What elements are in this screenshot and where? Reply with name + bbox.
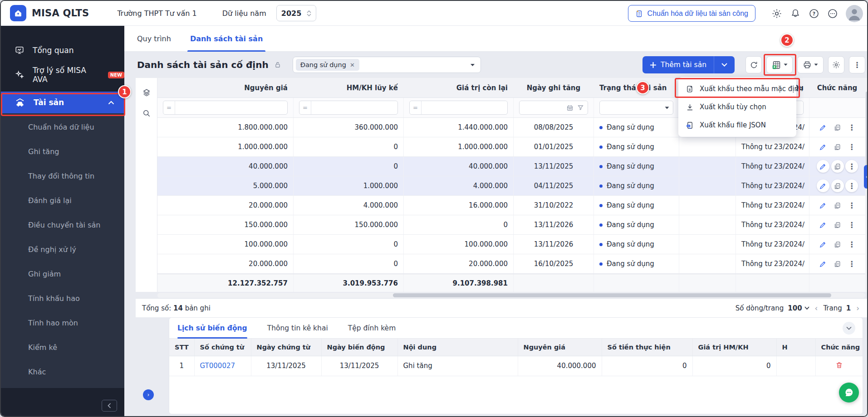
- sidebar-subitem-transfer-asset[interactable]: Điều chuyển tài sản: [1, 213, 124, 238]
- filter-nguyen-gia[interactable]: =: [163, 101, 288, 115]
- menu-item-export-default-template[interactable]: Xuất khẩu theo mẫu mặc định: [678, 80, 796, 98]
- col-so-tien-thuc-hien[interactable]: Số tiền thực hiện: [602, 339, 692, 356]
- col-header-gia-tri-con-lai[interactable]: Giá trị còn lại: [404, 78, 514, 97]
- col-so-chung-tu[interactable]: Số chứng từ: [194, 339, 251, 356]
- filter-hmkh[interactable]: =: [299, 101, 398, 115]
- sidebar-subitem-normalize-data[interactable]: Chuẩn hóa dữ liệu: [1, 115, 124, 140]
- vertical-scrollbar-thumb[interactable]: [866, 92, 868, 173]
- col-noi-dung[interactable]: Nội dung: [397, 339, 518, 356]
- panel-collapse-button[interactable]: [843, 322, 855, 335]
- sidebar-subitem-inventory[interactable]: Kiểm kê: [1, 335, 124, 360]
- col-gia-tri-hmkh[interactable]: Giá trị HM/KH: [692, 339, 776, 356]
- chat-support-button[interactable]: [839, 383, 859, 402]
- history-row[interactable]: 1 GT000027 13/11/2025 13/11/2025 Ghi tăn…: [169, 356, 863, 376]
- prev-page-button[interactable]: ‹: [814, 304, 819, 313]
- table-row[interactable]: 100.000.000 0 100.000.000 13/11/2026 Đan…: [157, 235, 865, 254]
- per-page-select[interactable]: 100: [788, 304, 809, 312]
- col-header-hmkh-luy-ke[interactable]: HM/KH lũy kế: [294, 78, 404, 97]
- sidebar-subitem-record-decrease[interactable]: Ghi giảm: [1, 262, 124, 286]
- copy-icon[interactable]: [831, 160, 844, 173]
- sidebar-subitem-change-info[interactable]: Thay đổi thông tin: [1, 164, 124, 189]
- row-more-icon[interactable]: ⋮: [845, 238, 858, 251]
- filter-ngay-ghi-tang[interactable]: [519, 101, 588, 115]
- row-more-icon[interactable]: ⋮: [845, 199, 858, 212]
- layers-icon[interactable]: [142, 88, 151, 97]
- side-panel-expand-tab[interactable]: ‹: [864, 165, 868, 189]
- voucher-link[interactable]: GT000027: [200, 362, 235, 370]
- lock-icon[interactable]: [274, 61, 282, 69]
- more-actions-button[interactable]: ⋮: [849, 56, 865, 73]
- table-row[interactable]: 20.000.000 0 20.000.000 16/10/2025 Đang …: [157, 254, 865, 274]
- edit-icon[interactable]: [817, 121, 829, 134]
- copy-icon[interactable]: [831, 121, 844, 134]
- settings-gear-icon[interactable]: [771, 8, 782, 19]
- col-nguyen-gia[interactable]: Nguyên giá: [518, 339, 602, 356]
- col-header-nguyen-gia[interactable]: Nguyên giá: [157, 78, 294, 97]
- table-row[interactable]: 150.000.000 150.000.000 0 13/11/2026 Đan…: [157, 215, 865, 235]
- filter-chip[interactable]: Đang sử dụng ✕: [296, 59, 359, 71]
- refresh-button[interactable]: [745, 56, 762, 73]
- filter-operator[interactable]: =: [163, 101, 175, 114]
- add-asset-button[interactable]: Thêm tài sản: [642, 56, 714, 73]
- tab-attachments[interactable]: Tệp đính kèm: [348, 318, 396, 339]
- export-excel-button[interactable]: X: [766, 56, 793, 73]
- edit-icon[interactable]: [817, 160, 829, 173]
- tab-asset-list[interactable]: Danh sách tài sản: [190, 26, 263, 52]
- normalize-public-asset-button[interactable]: Chuẩn hóa dữ liệu tài sản công: [628, 5, 755, 22]
- row-more-icon[interactable]: ⋮: [845, 141, 858, 153]
- spinner-arrows-icon[interactable]: [307, 10, 311, 16]
- copy-icon[interactable]: [831, 238, 844, 251]
- tab-declaration-info[interactable]: Thông tin kê khai: [267, 318, 328, 339]
- filter-operator[interactable]: =: [410, 101, 422, 114]
- col-truncated[interactable]: H: [776, 339, 815, 356]
- row-more-icon[interactable]: ⋮: [845, 257, 858, 270]
- horizontal-scrollbar-thumb[interactable]: [393, 293, 831, 297]
- add-asset-dropdown-button[interactable]: [714, 56, 735, 73]
- sidebar-item-assets[interactable]: Tài sản: [1, 92, 124, 113]
- table-row[interactable]: 1.000.000.000 0 1.000.000.000 01/01/2025…: [157, 137, 865, 157]
- sidebar-item-overview[interactable]: Tổng quan: [1, 38, 124, 63]
- edit-icon[interactable]: [817, 238, 829, 251]
- menu-item-export-custom[interactable]: Xuất khẩu tùy chọn: [678, 98, 796, 116]
- year-spinner[interactable]: 2025: [276, 5, 316, 21]
- col-stt[interactable]: STT: [169, 339, 194, 356]
- horizontal-scrollbar[interactable]: [157, 293, 865, 298]
- misa-logo-icon[interactable]: [10, 5, 26, 21]
- sidebar-subitem-revaluate[interactable]: Đánh giá lại: [1, 189, 124, 213]
- table-settings-button[interactable]: [828, 56, 844, 73]
- sidebar-subitem-record-increase[interactable]: Ghi tăng: [1, 140, 124, 164]
- row-more-icon[interactable]: ⋮: [845, 179, 858, 192]
- sidebar-subitem-other[interactable]: Khác: [1, 360, 124, 384]
- tab-history[interactable]: Lịch sử biến động: [177, 318, 247, 339]
- filter-gia-tri-con-lai[interactable]: =: [409, 101, 508, 115]
- sidebar-subitem-depreciation[interactable]: Tính khấu hao: [1, 286, 124, 311]
- help-icon[interactable]: ?: [809, 8, 819, 19]
- sidebar-collapse-button[interactable]: [102, 400, 117, 412]
- row-more-icon[interactable]: ⋮: [845, 218, 858, 231]
- edit-icon[interactable]: [817, 179, 829, 192]
- table-row[interactable]: 20.000.000 4.000.000 16.000.000 31/10/20…: [157, 196, 865, 215]
- more-options-icon[interactable]: [827, 8, 838, 19]
- col-ngay-chung-tu[interactable]: Ngày chứng từ: [251, 339, 321, 356]
- sidebar-subitem-wear-calculation[interactable]: Tính hao mòn: [1, 311, 124, 335]
- sidebar-item-ava-assistant[interactable]: Trợ lý số MISA AVA NEW: [1, 63, 124, 87]
- menu-item-export-json[interactable]: Xuất khẩu file JSON: [678, 116, 796, 134]
- row-more-icon[interactable]: ⋮: [845, 121, 858, 134]
- col-header-ngay-ghi-tang[interactable]: Ngày ghi tăng: [514, 78, 594, 97]
- next-page-button[interactable]: ›: [855, 304, 861, 313]
- filter-trang-thai-select[interactable]: [599, 101, 673, 115]
- copy-icon[interactable]: [831, 257, 844, 270]
- tab-process[interactable]: Quy trình: [137, 26, 171, 52]
- status-filter-select[interactable]: Đang sử dụng ✕: [293, 57, 481, 73]
- copy-icon[interactable]: [831, 179, 844, 192]
- chip-remove-icon[interactable]: ✕: [350, 62, 355, 68]
- copy-icon[interactable]: [831, 199, 844, 212]
- funnel-filter-icon[interactable]: [577, 104, 584, 111]
- edit-icon[interactable]: [817, 257, 829, 270]
- delete-icon[interactable]: [835, 361, 843, 369]
- row-more-icon[interactable]: ⋮: [845, 160, 858, 173]
- rail-expand-button[interactable]: ›: [143, 389, 154, 400]
- filter-operator[interactable]: =: [299, 101, 311, 114]
- edit-icon[interactable]: [817, 199, 829, 212]
- calendar-icon[interactable]: [566, 104, 574, 112]
